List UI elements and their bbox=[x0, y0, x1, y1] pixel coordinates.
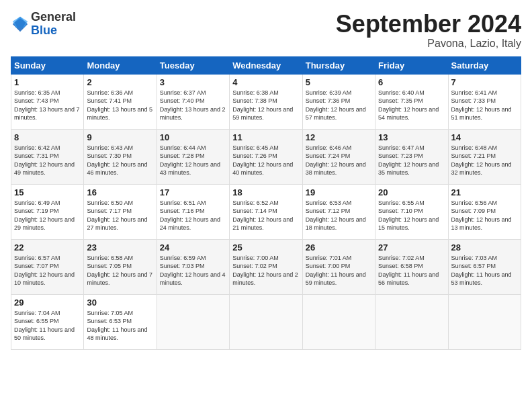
day-info: Sunrise: 6:43 AMSunset: 7:30 PMDaylight:… bbox=[87, 144, 153, 177]
day-number: 30 bbox=[87, 298, 153, 308]
day-number: 1 bbox=[14, 77, 81, 87]
calendar-cell: 10Sunrise: 6:44 AMSunset: 7:28 PMDayligh… bbox=[157, 129, 229, 184]
day-number: 11 bbox=[232, 132, 299, 142]
calendar-table: SundayMondayTuesdayWednesdayThursdayFrid… bbox=[11, 56, 521, 350]
calendar-cell: 29Sunrise: 7:04 AMSunset: 6:55 PMDayligh… bbox=[11, 294, 84, 349]
calendar-cell bbox=[230, 294, 302, 349]
header: General Blue September 2024 Pavona, Lazi… bbox=[11, 11, 521, 50]
day-info: Sunrise: 7:00 AMSunset: 7:02 PMDaylight:… bbox=[232, 254, 299, 287]
col-header-thursday: Thursday bbox=[302, 56, 375, 74]
day-info: Sunrise: 6:48 AMSunset: 7:21 PMDaylight:… bbox=[451, 144, 518, 177]
calendar-cell bbox=[448, 294, 521, 349]
day-info: Sunrise: 6:36 AMSunset: 7:41 PMDaylight:… bbox=[87, 89, 153, 122]
day-info: Sunrise: 7:04 AMSunset: 6:55 PMDaylight:… bbox=[14, 309, 81, 342]
calendar-cell: 3Sunrise: 6:37 AMSunset: 7:40 PMDaylight… bbox=[157, 74, 229, 129]
day-number: 24 bbox=[160, 242, 226, 253]
col-header-monday: Monday bbox=[84, 56, 157, 74]
logo-general: General bbox=[31, 11, 76, 24]
day-info: Sunrise: 6:38 AMSunset: 7:38 PMDaylight:… bbox=[232, 89, 299, 122]
day-number: 7 bbox=[451, 77, 518, 87]
day-number: 8 bbox=[14, 132, 81, 142]
calendar-week-1: 1Sunrise: 6:35 AMSunset: 7:43 PMDaylight… bbox=[11, 74, 521, 129]
calendar-cell: 7Sunrise: 6:41 AMSunset: 7:33 PMDaylight… bbox=[448, 74, 521, 129]
col-header-tuesday: Tuesday bbox=[157, 56, 229, 74]
day-info: Sunrise: 7:02 AMSunset: 6:58 PMDaylight:… bbox=[378, 254, 445, 287]
calendar-cell: 25Sunrise: 7:00 AMSunset: 7:02 PMDayligh… bbox=[230, 239, 302, 294]
calendar-cell: 2Sunrise: 6:36 AMSunset: 7:41 PMDaylight… bbox=[84, 74, 157, 129]
day-number: 10 bbox=[160, 132, 226, 142]
day-info: Sunrise: 6:50 AMSunset: 7:17 PMDaylight:… bbox=[87, 199, 153, 232]
location-subtitle: Pavona, Lazio, Italy bbox=[336, 38, 521, 50]
day-number: 12 bbox=[306, 132, 372, 142]
day-info: Sunrise: 6:46 AMSunset: 7:24 PMDaylight:… bbox=[306, 144, 372, 177]
day-number: 25 bbox=[232, 242, 299, 253]
calendar-week-4: 22Sunrise: 6:57 AMSunset: 7:07 PMDayligh… bbox=[11, 239, 521, 294]
calendar-cell: 24Sunrise: 6:59 AMSunset: 7:03 PMDayligh… bbox=[157, 239, 229, 294]
calendar-cell: 28Sunrise: 7:03 AMSunset: 6:57 PMDayligh… bbox=[448, 239, 521, 294]
day-number: 21 bbox=[451, 187, 518, 197]
logo-icon bbox=[11, 15, 30, 34]
day-number: 6 bbox=[378, 77, 445, 87]
calendar-cell: 4Sunrise: 6:38 AMSunset: 7:38 PMDaylight… bbox=[230, 74, 302, 129]
day-info: Sunrise: 6:42 AMSunset: 7:31 PMDaylight:… bbox=[14, 144, 81, 177]
logo: General Blue bbox=[11, 11, 76, 38]
calendar-cell: 21Sunrise: 6:56 AMSunset: 7:09 PMDayligh… bbox=[448, 184, 521, 239]
calendar-cell: 15Sunrise: 6:49 AMSunset: 7:19 PMDayligh… bbox=[11, 184, 84, 239]
day-number: 13 bbox=[378, 132, 445, 142]
day-info: Sunrise: 6:44 AMSunset: 7:28 PMDaylight:… bbox=[160, 144, 226, 177]
calendar-cell: 18Sunrise: 6:52 AMSunset: 7:14 PMDayligh… bbox=[230, 184, 302, 239]
day-number: 4 bbox=[232, 77, 299, 87]
calendar-cell: 13Sunrise: 6:47 AMSunset: 7:23 PMDayligh… bbox=[375, 129, 448, 184]
day-info: Sunrise: 6:40 AMSunset: 7:35 PMDaylight:… bbox=[378, 89, 445, 122]
calendar-cell: 27Sunrise: 7:02 AMSunset: 6:58 PMDayligh… bbox=[375, 239, 448, 294]
day-number: 14 bbox=[451, 132, 518, 142]
calendar-cell: 26Sunrise: 7:01 AMSunset: 7:00 PMDayligh… bbox=[302, 239, 375, 294]
calendar-week-2: 8Sunrise: 6:42 AMSunset: 7:31 PMDaylight… bbox=[11, 129, 521, 184]
calendar-cell: 23Sunrise: 6:58 AMSunset: 7:05 PMDayligh… bbox=[84, 239, 157, 294]
calendar-cell: 12Sunrise: 6:46 AMSunset: 7:24 PMDayligh… bbox=[302, 129, 375, 184]
calendar-cell: 1Sunrise: 6:35 AMSunset: 7:43 PMDaylight… bbox=[11, 74, 84, 129]
calendar-cell bbox=[302, 294, 375, 349]
day-info: Sunrise: 6:47 AMSunset: 7:23 PMDaylight:… bbox=[378, 144, 445, 177]
day-info: Sunrise: 6:41 AMSunset: 7:33 PMDaylight:… bbox=[451, 89, 518, 122]
day-number: 20 bbox=[378, 187, 445, 197]
day-info: Sunrise: 6:39 AMSunset: 7:36 PMDaylight:… bbox=[306, 89, 372, 122]
day-info: Sunrise: 6:56 AMSunset: 7:09 PMDaylight:… bbox=[451, 199, 518, 232]
day-number: 9 bbox=[87, 132, 153, 142]
day-number: 16 bbox=[87, 187, 153, 197]
day-number: 23 bbox=[87, 242, 153, 253]
day-info: Sunrise: 6:53 AMSunset: 7:12 PMDaylight:… bbox=[306, 199, 372, 232]
day-info: Sunrise: 6:58 AMSunset: 7:05 PMDaylight:… bbox=[87, 254, 153, 287]
day-number: 26 bbox=[306, 242, 372, 253]
logo-text: General Blue bbox=[31, 11, 76, 38]
calendar-cell: 8Sunrise: 6:42 AMSunset: 7:31 PMDaylight… bbox=[11, 129, 84, 184]
day-number: 5 bbox=[306, 77, 372, 87]
calendar-cell: 17Sunrise: 6:51 AMSunset: 7:16 PMDayligh… bbox=[157, 184, 229, 239]
day-number: 17 bbox=[160, 187, 226, 197]
day-info: Sunrise: 6:37 AMSunset: 7:40 PMDaylight:… bbox=[160, 89, 226, 122]
logo-blue: Blue bbox=[31, 24, 76, 38]
calendar-week-5: 29Sunrise: 7:04 AMSunset: 6:55 PMDayligh… bbox=[11, 294, 521, 349]
day-info: Sunrise: 6:52 AMSunset: 7:14 PMDaylight:… bbox=[232, 199, 299, 232]
day-info: Sunrise: 7:03 AMSunset: 6:57 PMDaylight:… bbox=[451, 254, 518, 287]
day-info: Sunrise: 6:51 AMSunset: 7:16 PMDaylight:… bbox=[160, 199, 226, 232]
day-info: Sunrise: 6:49 AMSunset: 7:19 PMDaylight:… bbox=[14, 199, 81, 232]
col-header-saturday: Saturday bbox=[448, 56, 521, 74]
calendar-header-row: SundayMondayTuesdayWednesdayThursdayFrid… bbox=[11, 56, 521, 74]
day-info: Sunrise: 6:57 AMSunset: 7:07 PMDaylight:… bbox=[14, 254, 81, 287]
day-number: 2 bbox=[87, 77, 153, 87]
day-number: 18 bbox=[232, 187, 299, 197]
calendar-cell: 6Sunrise: 6:40 AMSunset: 7:35 PMDaylight… bbox=[375, 74, 448, 129]
calendar-cell: 14Sunrise: 6:48 AMSunset: 7:21 PMDayligh… bbox=[448, 129, 521, 184]
calendar-cell: 16Sunrise: 6:50 AMSunset: 7:17 PMDayligh… bbox=[84, 184, 157, 239]
day-number: 27 bbox=[378, 242, 445, 253]
day-info: Sunrise: 7:01 AMSunset: 7:00 PMDaylight:… bbox=[306, 254, 372, 287]
day-number: 22 bbox=[14, 242, 81, 253]
col-header-friday: Friday bbox=[375, 56, 448, 74]
day-info: Sunrise: 6:35 AMSunset: 7:43 PMDaylight:… bbox=[14, 89, 81, 122]
day-info: Sunrise: 6:45 AMSunset: 7:26 PMDaylight:… bbox=[232, 144, 299, 177]
calendar-cell: 30Sunrise: 7:05 AMSunset: 6:53 PMDayligh… bbox=[84, 294, 157, 349]
day-info: Sunrise: 7:05 AMSunset: 6:53 PMDaylight:… bbox=[87, 309, 153, 342]
calendar-cell: 5Sunrise: 6:39 AMSunset: 7:36 PMDaylight… bbox=[302, 74, 375, 129]
calendar-cell bbox=[157, 294, 229, 349]
